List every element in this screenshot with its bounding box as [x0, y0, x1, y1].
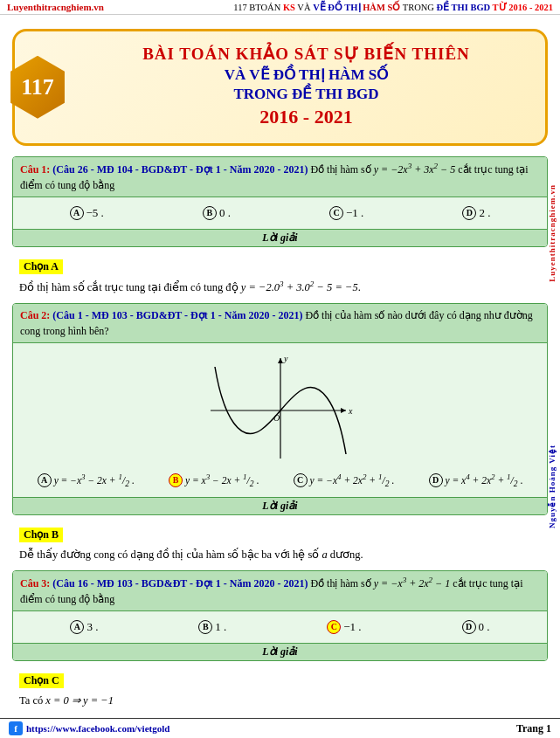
q2-solution-text: Dễ thấy đường cong có dạng đồ thị của hà…: [19, 544, 541, 565]
q2-opt-d-val: y = x4 + 2x2 + 1/2 .: [446, 472, 523, 488]
q3-solution-text-1: Ta có x = 0 ⇒ y = −1: [19, 690, 541, 711]
badge-number: 117: [21, 74, 54, 100]
q3-loi-giai-bar: Lời giải: [13, 643, 547, 660]
question-2-block: Câu 2: (Câu 1 - MĐ 103 - BGD&ĐT - Đợt 1 …: [12, 303, 548, 515]
q2-opt-c-circle: C: [294, 473, 308, 487]
q1-option-a[interactable]: A −5 .: [70, 206, 104, 220]
q3-option-a[interactable]: A 3 .: [70, 620, 98, 634]
header-title: 117 BTOÁN KS VÀ VẼ ĐỒ THỊ HÀM SỐ TRONG Đ…: [233, 2, 553, 12]
footer-facebook[interactable]: f https://www.facebook.com/vietgold: [9, 721, 169, 735]
site-url-left: Luyenthitracnghiem.vn: [7, 2, 104, 12]
footer-bar: f https://www.facebook.com/vietgold Tran…: [0, 718, 560, 738]
question-2-body: x y O A y = −x3 − 2x + 1/2 . B y = x3 − …: [13, 343, 547, 497]
q1-options: A −5 . B 0 . C −1 . D 2 .: [20, 206, 540, 220]
q3-number: Câu 3:: [20, 577, 50, 590]
q3-opt-d-circle: D: [462, 620, 476, 634]
q2-opt-a-val: y = −x3 − 2x + 1/2 .: [54, 472, 135, 488]
q2-option-a[interactable]: A y = −x3 − 2x + 1/2 .: [38, 472, 135, 488]
q1-option-c[interactable]: C −1 .: [329, 206, 363, 220]
q3-opt-c-circle: C: [327, 620, 341, 634]
q1-option-d[interactable]: D 2 .: [462, 206, 490, 220]
q2-solution-area: Chọn B Dễ thấy đường cong có dạng đồ thị…: [12, 521, 548, 570]
q3-opt-d-val: 0 .: [479, 620, 490, 634]
svg-marker-2: [341, 408, 346, 413]
q3-opt-b-circle: B: [198, 620, 212, 634]
q3-option-b[interactable]: B 1 .: [198, 620, 226, 634]
hero-line1: BÀI TOÁN KHẢO SÁT SỰ BIẾN THIÊN: [142, 44, 470, 66]
question-3-header: Câu 3: (Câu 16 - MĐ 103 - BGD&ĐT - Đợt 1…: [13, 571, 547, 611]
q2-opt-a-circle: A: [38, 473, 52, 487]
main-content: Luyenthitracnghiem.vn Nguyễn Hoàng Việt …: [0, 15, 560, 738]
question-1-header: Câu 1: (Câu 26 - MĐ 104 - BGD&ĐT - Đợt 1…: [13, 157, 547, 197]
q2-number: Câu 2:: [20, 309, 50, 321]
question-3-block: Câu 3: (Câu 16 - MĐ 103 - BGD&ĐT - Đợt 1…: [12, 570, 548, 661]
q2-graph-area: x y O: [20, 354, 540, 467]
q3-opt-a-circle: A: [70, 620, 84, 634]
q3-option-c[interactable]: C −1 .: [327, 620, 361, 634]
footer-fb-link[interactable]: https://www.facebook.com/vietgold: [26, 723, 169, 734]
q1-opt-d-circle: D: [462, 206, 476, 220]
q3-opt-a-val: 3 .: [86, 620, 98, 634]
hero-line3: TRONG ĐỀ THI BGD: [142, 85, 470, 104]
q2-opt-b-val: y = x3 − 2x + 1/2 .: [185, 472, 259, 488]
q1-option-b[interactable]: B 0 .: [203, 206, 231, 220]
question-1-body: A −5 . B 0 . C −1 . D 2 .: [13, 197, 547, 229]
q2-graph-svg: x y O: [202, 354, 359, 467]
q1-opt-c-circle: C: [329, 206, 343, 220]
q1-opt-b-circle: B: [203, 206, 217, 220]
q2-source: (Câu 1 - MĐ 103 - BGD&ĐT - Đợt 1 - Năm 2…: [52, 309, 302, 321]
q1-opt-a-circle: A: [70, 206, 84, 220]
q3-option-d[interactable]: D 0 .: [462, 620, 490, 634]
q1-opt-d-val: 2 .: [479, 206, 490, 220]
q3-options: A 3 . B 1 . C −1 . D 0 .: [20, 620, 540, 634]
q1-solution-text: Đồ thị hàm số cắt trục tung tại điểm có …: [19, 276, 541, 298]
q1-solution-area: Chọn A Đồ thị hàm số cắt trục tung tại đ…: [12, 252, 548, 303]
sidebar-text-2: Nguyễn Hoàng Việt: [548, 445, 557, 528]
q2-option-c[interactable]: C y = −x4 + 2x2 + 1/2 .: [294, 472, 395, 488]
q3-chon-label: Chọn C: [19, 673, 64, 688]
hero-line2: VÀ VẼ ĐỒ THỊ HÀM SỐ: [142, 66, 470, 85]
q2-opt-d-circle: D: [429, 473, 443, 487]
q1-opt-b-val: 0 .: [219, 206, 231, 220]
facebook-icon: f: [9, 721, 23, 735]
svg-text:x: x: [348, 406, 353, 416]
hero-banner: 117 BÀI TOÁN KHẢO SÁT SỰ BIẾN THIÊN VÀ V…: [12, 29, 548, 146]
q2-option-b[interactable]: B y = x3 − 2x + 1/2 .: [169, 472, 259, 488]
question-1-block: Câu 1: (Câu 26 - MĐ 104 - BGD&ĐT - Đợt 1…: [12, 156, 548, 247]
q3-opt-c-val: −1 .: [343, 620, 361, 634]
q2-opt-c-val: y = −x4 + 2x2 + 1/2 .: [310, 472, 395, 488]
hero-line4: 2016 - 2021: [142, 104, 470, 131]
q3-source: (Câu 16 - MĐ 103 - BGD&ĐT - Đợt 1 - Năm …: [52, 577, 308, 590]
q1-chon-label: Chọn A: [19, 259, 63, 274]
q2-loi-giai-bar: Lời giải: [13, 497, 547, 514]
footer-page-number: Trang 1: [516, 722, 551, 735]
hero-badge: 117: [6, 56, 69, 119]
top-bar: Luyenthitracnghiem.vn 117 BTOÁN KS VÀ VẼ…: [0, 0, 560, 15]
q1-opt-a-val: −5 .: [86, 206, 104, 220]
sidebar-text-1: Luyenthitracnghiem.vn: [548, 184, 557, 282]
q2-option-d[interactable]: D y = x4 + 2x2 + 1/2 .: [429, 472, 523, 488]
svg-marker-3: [278, 358, 283, 363]
q2-opt-b-circle: B: [169, 473, 183, 487]
q3-opt-b-val: 1 .: [215, 620, 226, 634]
q1-source: (Câu 26 - MĐ 104 - BGD&ĐT - Đợt 1 - Năm …: [52, 163, 308, 176]
q1-opt-c-val: −1 .: [346, 206, 363, 220]
hero-text: BÀI TOÁN KHẢO SÁT SỰ BIẾN THIÊN VÀ VẼ ĐỒ…: [142, 44, 470, 131]
question-3-body: A 3 . B 1 . C −1 . D 0 .: [13, 611, 547, 643]
svg-text:y: y: [283, 354, 288, 363]
q1-loi-giai-bar: Lời giải: [13, 229, 547, 246]
sidebar-right-2: Nguyễn Hoàng Việt: [544, 399, 560, 574]
q1-number: Câu 1:: [20, 163, 50, 176]
question-2-header: Câu 2: (Câu 1 - MĐ 103 - BGD&ĐT - Đợt 1 …: [13, 304, 547, 343]
q2-options: A y = −x3 − 2x + 1/2 . B y = x3 − 2x + 1…: [20, 472, 540, 488]
q2-chon-label: Chọn B: [19, 528, 63, 542]
